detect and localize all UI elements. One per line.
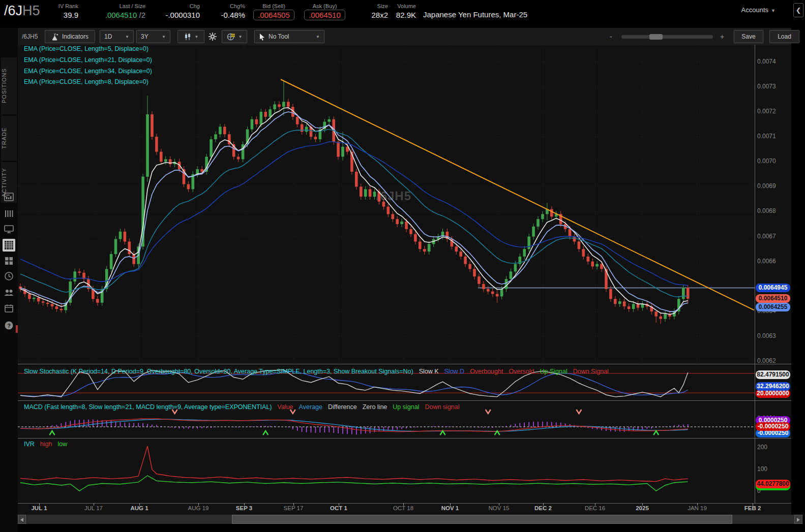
price-tick-label: 0.0072	[757, 108, 776, 115]
chart-settings-button[interactable]	[206, 30, 219, 43]
ask-button[interactable]: .0064510	[304, 10, 345, 20]
contract-description: Japanese Yen Futures, Mar-25	[423, 10, 527, 19]
last-price: .0064510	[105, 11, 137, 19]
monitor-icon[interactable]	[3, 223, 15, 235]
date-tick-mark	[499, 503, 499, 506]
scrollbar-track[interactable]	[26, 515, 794, 524]
price-tick-label: 0.0068	[757, 207, 776, 214]
date-tick-mark	[642, 503, 643, 506]
scrollbar-left-arrow[interactable]	[18, 515, 26, 524]
ivr-panel[interactable]	[18, 438, 755, 503]
bid-label: Bid (Sell)	[250, 3, 297, 10]
date-tick-label: OCT 18	[387, 505, 420, 511]
date-tick-label: NOV 1	[434, 505, 466, 511]
legend-item: Value	[278, 403, 293, 411]
ema8-study-label[interactable]: EMA (Price=CLOSE, Length=8, Displace=0)	[24, 78, 148, 85]
bid-button[interactable]: .0064505	[253, 10, 294, 20]
legend-item: Oversold	[509, 368, 534, 375]
price-chart[interactable]	[18, 45, 755, 364]
date-tick-label: FEB 2	[736, 505, 769, 511]
stochastic-study-label[interactable]: Slow Stochastic (K Period=14, D Period=9…	[24, 368, 609, 375]
date-tick-label: DEC 2	[527, 505, 559, 511]
last-size-field: Last / Size .0064510 /2	[66, 3, 145, 21]
ema34-study-label[interactable]: EMA (Price=CLOSE, Length=34, Displace=0)	[24, 68, 152, 75]
users-icon[interactable]	[3, 286, 15, 299]
change-percent-value: -0.48%	[198, 10, 245, 21]
lower-price-badge: 0.0064255	[756, 303, 790, 311]
indicators-button[interactable]: Indicators	[45, 30, 95, 43]
legend-item: low	[57, 441, 67, 448]
ivr-tick-label: 200	[757, 444, 767, 451]
date-tick-label: 2025	[626, 505, 659, 511]
panel-divider[interactable]	[18, 364, 791, 364]
legend-item: Average	[299, 403, 322, 411]
ema5-study-label[interactable]: EMA (Price=CLOSE, Length=5, Displace=0)	[24, 45, 148, 52]
news-report-icon[interactable]	[3, 191, 15, 203]
date-tick-label: OCT 1	[322, 505, 355, 511]
drawing-tool-dropdown[interactable]: No Tool ▼	[254, 30, 324, 43]
panel-divider[interactable]	[18, 400, 791, 401]
price-tick-label: 0.0073	[757, 83, 776, 90]
timeframe-dropdown[interactable]: 1D▼	[100, 30, 134, 43]
chevron-down-icon: ▼	[316, 35, 320, 39]
ivr-study-label[interactable]: IVRhighlow	[24, 441, 67, 448]
date-tick-mark	[543, 503, 544, 506]
zoom-slider[interactable]	[621, 35, 713, 39]
help-icon[interactable]: ?	[3, 319, 15, 332]
price-tick-label: 0.0066	[757, 258, 776, 265]
legend-item: Down signal	[425, 403, 459, 411]
price-tick-label: 0.0069	[757, 182, 776, 190]
watchlist-icon[interactable]	[3, 207, 15, 220]
stoch-k-value-badge: 82.4791500	[756, 370, 790, 379]
sidebar-tab-positions[interactable]: POSITIONS	[1, 57, 17, 114]
ema21-study-label[interactable]: EMA (Price=CLOSE, Length=21, Displace=0)	[24, 56, 152, 64]
history-clock-icon[interactable]	[3, 270, 15, 283]
date-tick-label: JUL 17	[77, 505, 110, 511]
chevron-down-icon: ▼	[162, 35, 166, 39]
legend-item: Slow K	[419, 368, 439, 375]
load-button[interactable]: Load	[769, 30, 799, 43]
change-value: -.0000310	[137, 10, 200, 21]
zoom-slider-handle[interactable]	[649, 34, 663, 40]
volume-field: Volume 82.9K	[382, 3, 416, 21]
quadrant-chart-icon	[227, 33, 235, 41]
panel-divider[interactable]	[18, 438, 791, 439]
chart-type-dropdown[interactable]: ▼	[177, 30, 204, 43]
panel-divider	[18, 503, 791, 504]
scrollbar-right-arrow[interactable]	[794, 515, 802, 524]
scrollbar-thumb[interactable]	[232, 515, 732, 524]
grid-layout-icon[interactable]	[3, 255, 15, 267]
date-tick-label: SEP 3	[228, 505, 260, 511]
collapse-panel-button[interactable]: ❮	[793, 3, 803, 17]
last-price-badge: 0.0064510	[756, 294, 790, 303]
date-tick-mark	[339, 503, 339, 506]
range-dropdown[interactable]: 3Y▼	[136, 30, 170, 43]
zoom-in-button[interactable]: +	[720, 33, 724, 41]
legend-item: Up Signal	[540, 368, 567, 375]
legend-item: Down Signal	[573, 368, 609, 375]
chart-spreadsheet-icon[interactable]	[3, 239, 15, 252]
save-button[interactable]: Save	[734, 30, 763, 43]
price-tick-label: 0.0062	[757, 357, 776, 364]
date-tick-label: AUG 19	[182, 505, 215, 511]
date-tick-mark	[39, 503, 40, 506]
chevron-down-icon: ▼	[238, 35, 243, 39]
zoom-out-button[interactable]: -	[610, 33, 612, 41]
date-tick-mark	[198, 503, 199, 506]
date-tick-label: JAN 19	[681, 505, 713, 511]
macd-study-label[interactable]: MACD (Fast length=8, Slow length=21, MAC…	[24, 403, 460, 411]
chart-layout-dropdown[interactable]: ▼	[222, 30, 247, 43]
calendar-icon[interactable]	[3, 302, 15, 315]
chevron-down-icon: ▼	[195, 35, 199, 39]
sidebar-tab-trade[interactable]: TRADE	[1, 116, 17, 161]
legend-item: Zero line	[363, 403, 387, 411]
accounts-dropdown[interactable]: Accounts▼	[741, 6, 776, 14]
date-tick-mark	[244, 503, 245, 506]
date-tick-mark	[94, 503, 94, 506]
date-tick-mark	[403, 503, 404, 506]
date-tick-label: DEC 16	[579, 505, 611, 511]
chevron-down-icon: ▼	[125, 35, 129, 39]
legend-item: high	[40, 441, 52, 448]
price-axis-line	[755, 45, 755, 503]
ivr-value-badge: 44.0277800	[756, 480, 790, 488]
